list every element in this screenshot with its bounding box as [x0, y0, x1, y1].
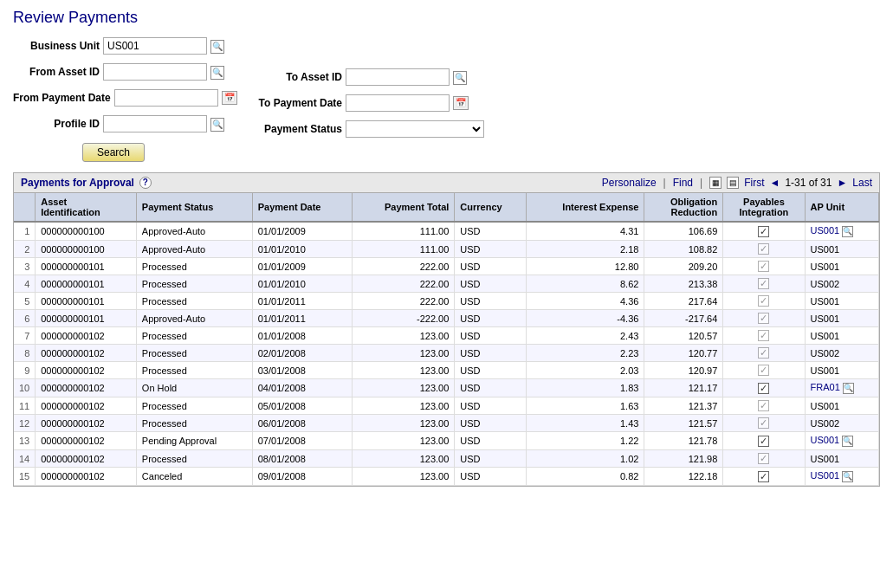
- payment-status-cell: Approved-Auto: [136, 241, 252, 258]
- payables-integration-cell[interactable]: [723, 468, 805, 486]
- payables-integration-cell[interactable]: [723, 432, 805, 450]
- payables-integration-cell[interactable]: [723, 379, 805, 397]
- from-asset-id-input[interactable]: [103, 63, 207, 81]
- business-unit-input[interactable]: [103, 37, 207, 55]
- table-row: 8 000000000102 Processed 02/01/2008 123.…: [14, 345, 879, 362]
- lookup-icon: 🔍: [210, 118, 224, 132]
- payment-status-cell: Processed: [136, 327, 252, 345]
- payment-status-cell: Pending Approval: [136, 432, 252, 450]
- ap-unit-link[interactable]: US001: [811, 435, 840, 445]
- payables-integration-cell: [723, 258, 805, 275]
- business-unit-lookup-button[interactable]: 🔍: [210, 39, 224, 54]
- ap-unit-cell: US001: [805, 310, 878, 327]
- ap-lookup-icon[interactable]: 🔍: [842, 436, 853, 447]
- to-asset-id-lookup-button[interactable]: 🔍: [453, 70, 467, 85]
- currency-cell: USD: [455, 293, 527, 310]
- ap-unit-link[interactable]: US001: [811, 470, 840, 481]
- ap-unit-cell[interactable]: FRA01 🔍: [805, 379, 878, 397]
- payables-checkbox[interactable]: [758, 471, 769, 482]
- ap-unit-text: US002: [811, 418, 840, 429]
- obligation-reduction-cell: 120.97: [644, 362, 723, 379]
- row-number: 12: [14, 415, 36, 432]
- grid-view-icon[interactable]: ▦: [709, 177, 722, 189]
- from-payment-date-input[interactable]: [114, 89, 218, 107]
- interest-expense-cell: 1.22: [527, 432, 644, 450]
- asset-id-cell: 000000000102: [36, 327, 137, 345]
- obligation-reduction-cell: 121.98: [644, 450, 723, 468]
- payment-date-cell: 01/01/2011: [252, 293, 353, 310]
- prev-nav-button[interactable]: ◄: [769, 177, 780, 189]
- profile-id-input[interactable]: [103, 115, 207, 132]
- ap-lookup-icon[interactable]: 🔍: [842, 471, 853, 482]
- currency-cell: USD: [455, 468, 527, 486]
- table-row: 7 000000000102 Processed 01/01/2008 123.…: [14, 327, 879, 345]
- payment-date-cell: 03/01/2008: [252, 362, 353, 379]
- ap-unit-cell[interactable]: US001 🔍: [805, 468, 878, 486]
- to-payment-date-input[interactable]: [346, 94, 450, 112]
- payables-checkbox[interactable]: [758, 226, 769, 237]
- currency-cell: USD: [455, 222, 527, 241]
- from-payment-date-label: From Payment Date: [13, 92, 111, 104]
- payment-date-cell: 02/01/2008: [252, 345, 353, 362]
- payables-checkbox[interactable]: [758, 436, 769, 447]
- interest-expense-cell: 2.03: [527, 362, 644, 379]
- ap-unit-link[interactable]: FRA01: [811, 382, 840, 392]
- first-nav-label[interactable]: First: [744, 177, 764, 189]
- ap-unit-text: US001: [811, 262, 840, 272]
- payment-status-cell: Approved-Auto: [136, 222, 252, 241]
- payables-checkbox[interactable]: [758, 383, 769, 394]
- next-nav-button[interactable]: ►: [837, 177, 847, 189]
- payment-total-cell: 123.00: [353, 432, 455, 450]
- ap-unit-cell: US001: [805, 327, 878, 345]
- search-button[interactable]: Search: [82, 143, 145, 162]
- table-row: 9 000000000102 Processed 03/01/2008 123.…: [14, 362, 879, 379]
- to-payment-date-calendar-icon[interactable]: 📅: [453, 96, 469, 110]
- row-number: 2: [14, 241, 36, 258]
- payment-date-cell: 04/01/2008: [252, 379, 353, 397]
- ap-lookup-icon[interactable]: 🔍: [842, 226, 853, 237]
- spreadsheet-icon[interactable]: ▤: [727, 177, 739, 189]
- asset-id-cell: 000000000102: [36, 362, 137, 379]
- ap-unit-link[interactable]: US001: [811, 225, 840, 236]
- interest-expense-cell: 8.62: [527, 275, 644, 293]
- payments-table: AssetIdentification Payment Status Payme…: [14, 193, 879, 486]
- last-nav-label[interactable]: Last: [852, 177, 872, 189]
- payables-integration-cell: [723, 293, 805, 310]
- find-link[interactable]: Find: [673, 177, 693, 189]
- payment-date-cell: 01/01/2011: [252, 310, 353, 327]
- to-asset-id-input[interactable]: [346, 68, 450, 86]
- personalize-link[interactable]: Personalize: [602, 177, 657, 189]
- table-row: 11 000000000102 Processed 05/01/2008 123…: [14, 397, 879, 415]
- asset-id-cell: 000000000102: [36, 468, 137, 486]
- interest-expense-cell: 4.36: [527, 293, 644, 310]
- col-rownum: [14, 193, 36, 222]
- payment-total-cell: 111.00: [353, 222, 455, 241]
- asset-id-cell: 000000000102: [36, 432, 137, 450]
- payables-checkbox: [758, 278, 769, 289]
- row-number: 15: [14, 468, 36, 486]
- from-asset-id-lookup-button[interactable]: 🔍: [210, 65, 224, 80]
- payment-status-select[interactable]: Approved-Auto Processed On Hold Pending …: [346, 120, 484, 138]
- table-row: 5 000000000101 Processed 01/01/2011 222.…: [14, 293, 879, 310]
- profile-id-lookup-button[interactable]: 🔍: [210, 117, 224, 132]
- payment-status-cell: Processed: [136, 275, 252, 293]
- payables-integration-cell[interactable]: [723, 222, 805, 241]
- ap-unit-cell[interactable]: US001 🔍: [805, 222, 878, 241]
- payment-status-cell: Canceled: [136, 468, 252, 486]
- ap-lookup-icon[interactable]: 🔍: [843, 383, 854, 394]
- col-payment-status: Payment Status: [136, 193, 252, 222]
- lookup-icon: 🔍: [453, 71, 467, 85]
- payables-checkbox: [758, 365, 769, 376]
- row-number: 9: [14, 362, 36, 379]
- payment-total-cell: 123.00: [353, 362, 455, 379]
- row-number: 3: [14, 258, 36, 275]
- from-payment-date-calendar-icon[interactable]: 📅: [222, 91, 237, 105]
- payment-date-cell: 01/01/2009: [252, 258, 353, 275]
- help-icon[interactable]: ?: [139, 177, 152, 189]
- search-form: Business Unit 🔍 From Asset ID 🔍: [13, 37, 880, 162]
- table-controls: Personalize | Find | ▦ ▤ First ◄ 1-31 of…: [602, 177, 872, 189]
- payment-status-cell: Approved-Auto: [136, 310, 252, 327]
- ap-unit-cell[interactable]: US001 🔍: [805, 432, 878, 450]
- obligation-reduction-cell: 120.57: [644, 327, 723, 345]
- payables-integration-cell: [723, 275, 805, 293]
